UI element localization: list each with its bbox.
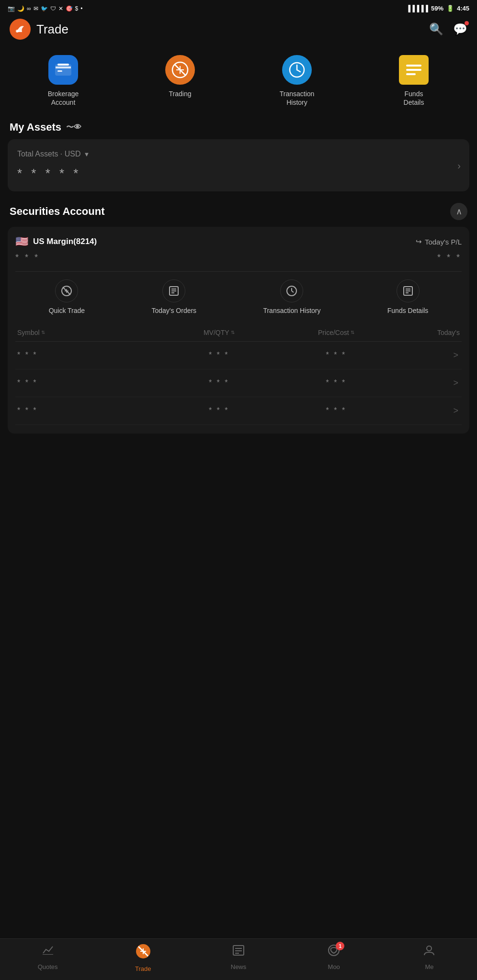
cell-symbol-1: * * * xyxy=(15,379,160,387)
col-price[interactable]: Price/Cost ⇅ xyxy=(278,329,395,336)
svg-rect-1 xyxy=(56,65,71,75)
svg-rect-13 xyxy=(406,69,421,71)
quotes-icon xyxy=(41,944,55,960)
funds-details-action[interactable]: Funds Details xyxy=(387,279,429,315)
nav-me-label: Me xyxy=(425,963,433,970)
nav-news[interactable]: News xyxy=(191,944,286,972)
nav-label-brokerage: Brokerage Account xyxy=(44,89,82,107)
svg-rect-12 xyxy=(406,65,421,67)
nav-item-transaction[interactable]: Transaction History xyxy=(278,55,316,107)
brokerage-account-icon xyxy=(48,55,78,85)
transaction-history-action-label: Transaction History xyxy=(263,306,320,315)
svg-rect-2 xyxy=(57,64,69,66)
cell-symbol-2: * * * xyxy=(15,406,160,415)
svg-line-11 xyxy=(297,70,300,72)
svg-line-25 xyxy=(292,291,294,292)
table-row[interactable]: * * * * * * * * * > xyxy=(15,342,462,369)
nav-label-transaction: Transaction History xyxy=(278,89,316,107)
funds-details-action-label: Funds Details xyxy=(387,306,429,315)
nav-trade[interactable]: Trade xyxy=(95,944,191,972)
signal-icon: ▐▐▐▐▐ xyxy=(406,5,428,12)
col-today: Today's xyxy=(395,329,462,336)
svg-point-0 xyxy=(16,30,19,33)
nav-news-label: News xyxy=(231,963,247,970)
header-left: Trade xyxy=(10,19,68,40)
nav-quotes[interactable]: Quotes xyxy=(0,944,95,972)
cell-mv-2: * * * xyxy=(160,406,278,415)
sort-price-icon: ⇅ xyxy=(351,330,354,335)
securities-account-card: 🇺🇸 US Margin(8214) ↪ Today's P/L * * * *… xyxy=(8,227,469,433)
account-values-row: * * * * * * xyxy=(15,253,462,263)
svg-point-40 xyxy=(427,946,432,951)
transaction-history-action[interactable]: Transaction History xyxy=(263,279,320,315)
cell-today-2: > xyxy=(395,406,462,416)
status-icons: 📷🌙∞✉🐦🛡✕🎯$• xyxy=(8,5,82,12)
nav-label-funds: Funds Details xyxy=(395,89,433,107)
collapse-button[interactable]: ∧ xyxy=(450,203,467,220)
account-info: 🇺🇸 US Margin(8214) xyxy=(15,235,97,248)
cell-price-1: * * * xyxy=(278,379,395,387)
trading-icon xyxy=(165,55,195,85)
my-assets-title: My Assets 〜👁 xyxy=(0,116,477,139)
account-info-row: 🇺🇸 US Margin(8214) ↪ Today's P/L xyxy=(15,235,462,248)
nav-quotes-label: Quotes xyxy=(38,963,58,970)
assets-chevron-icon[interactable]: › xyxy=(457,160,461,171)
quick-trade-action[interactable]: Quick Trade xyxy=(49,279,85,315)
nav-trade-label: Trade xyxy=(135,965,151,972)
account-value-left: * * * xyxy=(15,253,40,263)
cell-today-0: > xyxy=(395,350,462,360)
assets-value-masked: * * * * * xyxy=(17,166,460,181)
svg-rect-3 xyxy=(56,67,71,68)
us-flag-icon: 🇺🇸 xyxy=(15,235,28,248)
top-header: Trade 🔍 💬 xyxy=(0,15,477,47)
nav-moo[interactable]: 1 Moo xyxy=(286,944,382,972)
total-assets-label: Total Assets · USD ▼ xyxy=(17,150,460,158)
status-info: ▐▐▐▐▐ 59% 🔋 4:45 xyxy=(406,5,469,12)
clock: 4:45 xyxy=(457,5,469,12)
nav-item-trading[interactable]: Trading xyxy=(161,55,199,107)
quick-trade-label: Quick Trade xyxy=(49,306,85,315)
app-title: Trade xyxy=(36,22,68,37)
messages-icon[interactable]: 💬 xyxy=(453,22,467,36)
cell-price-0: * * * xyxy=(278,351,395,359)
svg-rect-14 xyxy=(406,73,416,75)
nav-item-funds[interactable]: Funds Details xyxy=(395,55,433,107)
cell-price-2: * * * xyxy=(278,406,395,415)
status-bar: 📷🌙∞✉🐦🛡✕🎯$• ▐▐▐▐▐ 59% 🔋 4:45 xyxy=(0,0,477,15)
transaction-history-action-icon xyxy=(280,279,303,302)
search-icon[interactable]: 🔍 xyxy=(429,22,443,36)
app-logo xyxy=(10,19,31,40)
header-right: 🔍 💬 xyxy=(429,22,467,36)
account-actions: Quick Trade Today's Orders xyxy=(15,271,462,315)
trade-icon xyxy=(136,944,151,962)
col-mv[interactable]: MV/QTY ⇅ xyxy=(160,329,278,336)
cell-today-1: > xyxy=(395,378,462,388)
nav-moo-label: Moo xyxy=(328,963,340,970)
nav-me[interactable]: Me xyxy=(382,944,477,972)
battery-icon: 🔋 xyxy=(446,5,454,12)
cell-symbol-0: * * * xyxy=(15,351,160,359)
todays-orders-label: Today's Orders xyxy=(151,306,196,315)
nav-item-brokerage[interactable]: Brokerage Account xyxy=(44,55,82,107)
securities-account-header: Securities Account ∧ xyxy=(0,191,477,220)
sort-symbol-icon: ⇅ xyxy=(41,330,45,335)
currency-dropdown[interactable]: ▼ xyxy=(84,151,90,158)
securities-account-title: Securities Account xyxy=(10,205,104,218)
battery-percent: 59% xyxy=(431,5,443,12)
quick-nav: Brokerage Account Trading Transaction Hi… xyxy=(0,47,477,116)
table-row[interactable]: * * * * * * * * * > xyxy=(15,397,462,425)
cell-mv-1: * * * xyxy=(160,379,278,387)
sort-mv-icon: ⇅ xyxy=(231,330,235,335)
hide-assets-icon[interactable]: 〜👁 xyxy=(66,122,81,133)
todays-orders-action[interactable]: Today's Orders xyxy=(151,279,196,315)
moo-badge: 1 xyxy=(336,942,344,950)
nav-label-trading: Trading xyxy=(169,89,192,98)
todays-pl-label[interactable]: ↪ Today's P/L xyxy=(416,237,462,246)
table-row[interactable]: * * * * * * * * * > xyxy=(15,369,462,397)
account-value-right: * * * xyxy=(437,253,462,263)
me-icon xyxy=(422,944,436,960)
todays-orders-icon xyxy=(162,279,185,302)
svg-rect-30 xyxy=(43,954,53,955)
cell-mv-0: * * * xyxy=(160,351,278,359)
col-symbol[interactable]: Symbol ⇅ xyxy=(15,329,160,336)
